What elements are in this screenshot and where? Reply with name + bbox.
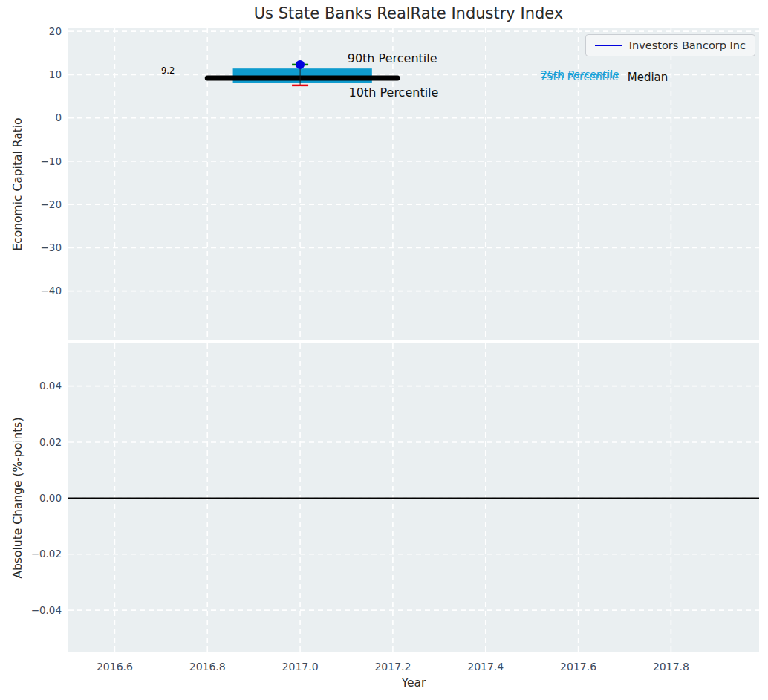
y-tick-label: −0.04 bbox=[31, 604, 62, 616]
y-tick-label: −0.02 bbox=[31, 548, 62, 560]
legend: Investors Bancorp Inc bbox=[585, 34, 755, 56]
x-tick-label: 2017.2 bbox=[374, 661, 411, 673]
y-tick-label: 10 bbox=[49, 68, 62, 80]
y-tick-label: 0.04 bbox=[39, 380, 62, 392]
y-tick-label: −40 bbox=[41, 285, 62, 296]
y-tick-label: 0 bbox=[55, 111, 62, 123]
y-axis-label: Absolute Change (%-points) bbox=[11, 418, 25, 579]
y-tick-label: −30 bbox=[41, 242, 62, 253]
median-value-label: 9.2 bbox=[161, 65, 175, 76]
figure: Us State Banks RealRate Industry Index 2… bbox=[0, 0, 768, 700]
company-point bbox=[296, 60, 305, 69]
legend-label: Investors Bancorp Inc bbox=[629, 38, 746, 53]
x-tick-label: 2017.4 bbox=[467, 661, 504, 673]
y-tick-label: 20 bbox=[49, 25, 62, 37]
x-tick-label: 2017.0 bbox=[282, 661, 319, 673]
x-tick-label: 2016.6 bbox=[97, 661, 133, 673]
x-axis-label: Year bbox=[401, 676, 426, 690]
y-tick-label: −20 bbox=[41, 198, 62, 210]
y-tick-label: 0.02 bbox=[39, 436, 62, 448]
x-tick-label: 2017.8 bbox=[653, 661, 689, 673]
annotation-25th-percentile: 25th Percentile bbox=[541, 68, 619, 80]
x-tick-label: 2017.6 bbox=[560, 661, 596, 673]
y-tick-label: 0.00 bbox=[39, 492, 62, 504]
chart-canvas: 20100−10−20−30−40Economic Capital Ratio9… bbox=[0, 0, 768, 700]
y-axis-label: Economic Capital Ratio bbox=[11, 117, 25, 250]
annotation-10th-percentile: 10th Percentile bbox=[349, 85, 439, 100]
legend-line-swatch bbox=[595, 45, 622, 46]
annotation-90th-percentile: 90th Percentile bbox=[348, 51, 437, 65]
annotation-median: Median bbox=[628, 71, 668, 84]
x-tick-label: 2016.8 bbox=[189, 661, 226, 673]
y-tick-label: −10 bbox=[41, 155, 62, 167]
